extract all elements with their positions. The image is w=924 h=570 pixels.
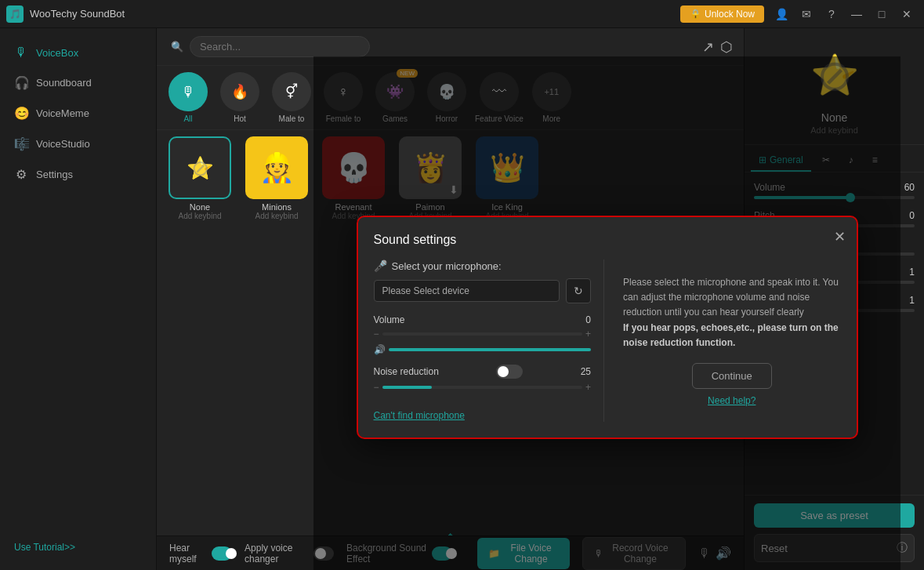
sidebar-item-voicestudio[interactable]: 🎼 VoiceStudio <box>0 129 156 159</box>
need-help-link[interactable]: Need help? <box>623 395 841 406</box>
volume-spk-row: 🔊 <box>374 344 592 355</box>
voice-card-minions-img: 👷 <box>245 136 308 199</box>
search-icon: 🔍 <box>171 41 183 53</box>
hear-myself-toggle: Hear myself <box>169 543 232 565</box>
apply-voice-label: Apply voice changer <box>245 543 309 565</box>
tab-male[interactable]: ⚥ Male to <box>268 72 315 123</box>
sidebar-item-soundboard[interactable]: 🎧 Soundboard <box>0 67 156 98</box>
modal-instructions: Please select the microphone and speak i… <box>623 275 841 350</box>
search-input[interactable] <box>190 36 370 57</box>
volume-track[interactable] <box>382 332 582 336</box>
noise-row: Noise reduction 25 <box>374 365 592 379</box>
speaker-icon: 🔊 <box>374 344 386 355</box>
cube-icon[interactable]: ⬡ <box>720 38 733 56</box>
tab-hot[interactable]: 🔥 Hot <box>216 72 263 123</box>
sidebar-item-voicememe[interactable]: 😊 VoiceMeme <box>0 98 156 129</box>
main-layout: 🎙 VoiceBox 🎧 Soundboard 😊 VoiceMeme 🎼 Vo… <box>0 28 924 570</box>
sidebar-item-settings[interactable]: ⚙ Settings <box>0 159 156 190</box>
tab-hot-icon: 🔥 <box>220 72 259 111</box>
noise-max-icon: + <box>585 382 591 393</box>
voicebox-icon: 🎙 <box>14 45 28 60</box>
noise-track[interactable] <box>382 386 582 389</box>
voicememe-icon: 😊 <box>14 106 28 121</box>
mic-select-label: 🎤 Select your microphone: <box>374 260 592 272</box>
user-icon[interactable]: 👤 <box>770 3 792 25</box>
voicestudio-icon: 🎼 <box>14 136 28 151</box>
mic-dropdown[interactable]: Please Select device <box>374 280 560 302</box>
modal-overlay: Sound settings ✕ 🎤 Select your microphon… <box>313 56 900 570</box>
soundboard-icon: 🎧 <box>14 75 28 90</box>
sidebar: 🎙 VoiceBox 🎧 Soundboard 😊 VoiceMeme 🎼 Vo… <box>0 28 157 570</box>
help-icon[interactable]: ? <box>821 3 842 25</box>
modal-title: Sound settings <box>374 233 841 247</box>
volume-section: Volume 0 − + 🔊 <box>374 314 592 355</box>
tutorial-link[interactable]: Use Tutorial>> <box>0 534 156 561</box>
tab-all[interactable]: 🎙 All <box>165 72 212 123</box>
content-area: 🔍 ↗ ⬡ 🎙 All 🔥 Hot ⚥ Male to ♀ F <box>157 28 744 570</box>
settings-icon: ⚙ <box>14 167 28 182</box>
volume-slider-row: − + <box>374 329 592 339</box>
titlebar-icons: 👤 ✉ ? — □ ✕ <box>770 3 918 25</box>
volume-display-bar <box>389 348 592 351</box>
volume-label-row: Volume 0 <box>374 314 592 325</box>
app-icon: 🎵 <box>6 5 24 23</box>
cant-find-link[interactable]: Can't find microphone <box>374 410 465 421</box>
maximize-button[interactable]: □ <box>871 3 893 25</box>
mic-refresh-button[interactable]: ↻ <box>566 278 591 303</box>
sound-settings-modal: Sound settings ✕ 🎤 Select your microphon… <box>357 216 858 439</box>
modal-right-section: Please select the microphone and speak i… <box>617 260 841 422</box>
lock-icon: 🔒 <box>690 9 701 20</box>
hear-myself-switch[interactable] <box>212 546 232 561</box>
hear-myself-label: Hear myself <box>169 543 207 565</box>
volume-min-icon: − <box>374 329 379 339</box>
voice-card-minions[interactable]: 👷 Minions Add keybind ◆ <box>241 136 312 220</box>
close-button[interactable]: ✕ <box>896 3 918 25</box>
tab-male-icon: ⚥ <box>272 72 311 111</box>
search-actions: ↗ ⬡ <box>702 38 733 56</box>
mic-dropdown-row: Please Select device ↻ <box>374 278 592 303</box>
noise-slider-row: − + <box>374 382 592 393</box>
voice-card-none[interactable]: ⭐⊘ None Add keybind ◆ <box>165 136 235 220</box>
tab-all-icon: 🎙 <box>168 72 208 111</box>
volume-max-icon: + <box>585 329 591 339</box>
unlock-button[interactable]: 🔒 Unlock Now <box>680 5 764 23</box>
modal-body: 🎤 Select your microphone: Please Select … <box>374 260 841 422</box>
modal-left-section: 🎤 Select your microphone: Please Select … <box>374 260 605 422</box>
export-icon[interactable]: ↗ <box>702 38 714 56</box>
modal-close-button[interactable]: ✕ <box>834 228 846 245</box>
noise-reduction-section: Noise reduction 25 − + <box>374 365 592 393</box>
voice-card-none-img: ⭐⊘ <box>168 136 231 199</box>
noise-toggle[interactable] <box>496 365 523 379</box>
minimize-button[interactable]: — <box>846 3 868 25</box>
sidebar-item-voicebox[interactable]: 🎙 VoiceBox <box>0 38 156 67</box>
titlebar: 🎵 WooTechy SoundBot 🔒 Unlock Now 👤 ✉ ? —… <box>0 0 924 28</box>
app-title: WooTechy SoundBot <box>30 8 680 20</box>
continue-button[interactable]: Continue <box>692 363 772 389</box>
mail-icon[interactable]: ✉ <box>795 3 817 25</box>
noise-min-icon: − <box>374 382 379 393</box>
mic-label-icon: 🎤 <box>374 260 387 272</box>
